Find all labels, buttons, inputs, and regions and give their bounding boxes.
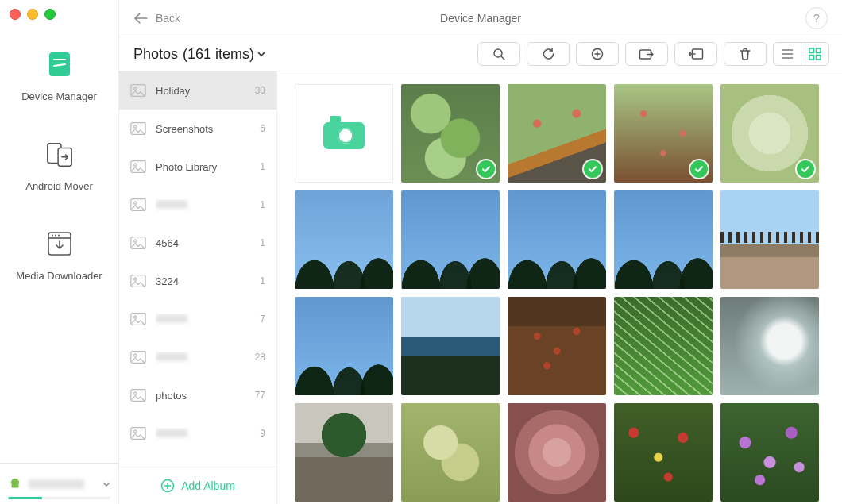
album-item[interactable]: photos77 — [119, 376, 276, 414]
rail-label: Media Downloader — [16, 270, 102, 282]
photo-thumbnail[interactable] — [720, 190, 819, 289]
svg-rect-21 — [809, 48, 814, 53]
media-downloader-icon — [44, 229, 75, 259]
search-button[interactable] — [477, 42, 520, 66]
svg-rect-1 — [53, 59, 66, 60]
photo-thumbnail[interactable] — [295, 190, 393, 289]
section-count: (161 items) — [183, 46, 254, 63]
photo-thumbnail[interactable] — [508, 190, 606, 289]
svg-point-50 — [338, 128, 353, 144]
android-icon — [8, 477, 22, 491]
add-photo-tile[interactable] — [295, 84, 393, 183]
album-count: 7 — [260, 314, 265, 325]
section-title-text: Photos — [133, 46, 178, 63]
album-count: 28 — [255, 352, 265, 363]
album-item[interactable]: 9 — [119, 414, 276, 452]
album-item[interactable]: 28 — [119, 338, 276, 376]
selected-check-icon — [584, 160, 601, 178]
svg-point-44 — [134, 430, 137, 433]
help-icon: ? — [813, 12, 820, 25]
album-item[interactable]: Holiday30 — [119, 71, 276, 110]
album-item[interactable]: 7 — [119, 300, 276, 338]
svg-point-26 — [134, 87, 137, 90]
photo-thumbnail[interactable] — [720, 403, 819, 502]
photo-thumbnail[interactable] — [401, 403, 500, 502]
app-window: Device Manager Android Mover — [0, 0, 842, 504]
rail-media-downloader[interactable]: Media Downloader — [0, 229, 118, 282]
device-status[interactable]: xxxxx — [0, 463, 118, 504]
album-item[interactable]: Screenshots6 — [119, 110, 276, 148]
photo-thumbnail[interactable] — [295, 403, 393, 502]
photo-thumbnail[interactable] — [614, 84, 713, 183]
export-button[interactable] — [625, 42, 668, 66]
svg-point-38 — [134, 316, 137, 318]
main: Back Device Manager ? Photos (161 items) — [119, 0, 842, 504]
back-button[interactable]: Back — [133, 12, 180, 25]
photo-thumbnail[interactable] — [401, 190, 500, 289]
minimize-window-button[interactable] — [27, 9, 38, 20]
send-device-icon — [688, 48, 704, 60]
album-name: Holiday — [156, 85, 245, 97]
device-manager-icon — [44, 49, 75, 79]
album-name: Screenshots — [156, 123, 250, 135]
storage-bar — [8, 497, 110, 499]
photo-thumbnail[interactable] — [508, 84, 606, 183]
album-name: photos — [156, 390, 245, 402]
albums-sidebar: Holiday30Screenshots6Photo Library114564… — [119, 71, 277, 504]
view-toggle — [773, 42, 829, 66]
delete-button[interactable] — [724, 42, 767, 66]
svg-rect-24 — [817, 56, 821, 60]
album-count: 1 — [260, 161, 265, 172]
picture-icon — [130, 121, 146, 136]
close-window-button[interactable] — [10, 9, 21, 20]
svg-point-30 — [134, 164, 137, 166]
add-album-button[interactable]: Add Album — [119, 467, 276, 504]
chevron-down-icon — [102, 480, 110, 488]
topbar: Back Device Manager ? — [119, 0, 842, 37]
refresh-button[interactable] — [527, 42, 570, 66]
export-icon — [639, 48, 655, 60]
photo-thumbnail[interactable] — [614, 403, 713, 502]
back-label: Back — [156, 12, 180, 25]
photo-thumbnail[interactable] — [508, 297, 606, 395]
page-title: Device Manager — [119, 12, 842, 25]
send-to-device-button[interactable] — [674, 42, 717, 66]
maximize-window-button[interactable] — [44, 9, 56, 20]
svg-point-40 — [134, 354, 137, 356]
picture-icon — [130, 388, 146, 402]
photo-grid-wrap — [277, 71, 842, 504]
photo-thumbnail[interactable] — [401, 84, 500, 183]
help-button[interactable]: ? — [805, 7, 828, 29]
album-item[interactable]: 1 — [119, 186, 276, 224]
photo-thumbnail[interactable] — [401, 297, 500, 395]
photo-thumbnail[interactable] — [614, 190, 713, 289]
rail-device-manager[interactable]: Device Manager — [0, 49, 118, 102]
arrow-left-icon — [133, 13, 148, 24]
list-view-button[interactable] — [774, 43, 801, 65]
photo-thumbnail[interactable] — [614, 297, 713, 395]
photo-thumbnail[interactable] — [508, 403, 606, 502]
add-button[interactable] — [576, 42, 619, 66]
album-item[interactable]: 32241 — [119, 262, 276, 300]
storage-bar-fill — [8, 497, 42, 499]
section-title[interactable]: Photos (161 items) — [133, 46, 265, 63]
album-name: 4564 — [156, 237, 250, 249]
photo-thumbnail[interactable] — [295, 297, 393, 395]
svg-point-28 — [134, 125, 137, 128]
rail-label: Android Mover — [25, 180, 93, 192]
svg-rect-49 — [330, 116, 341, 124]
grid-view-button[interactable] — [801, 43, 828, 65]
album-count: 30 — [255, 85, 265, 96]
album-item[interactable]: 45641 — [119, 224, 276, 262]
plus-circle-icon — [591, 48, 604, 60]
photo-thumbnail[interactable] — [720, 84, 819, 183]
plus-circle-icon — [160, 479, 175, 493]
rail-android-mover[interactable]: Android Mover — [0, 139, 118, 192]
window-controls — [10, 9, 56, 20]
camera-icon — [322, 116, 366, 151]
album-item[interactable]: Photo Library1 — [119, 148, 276, 186]
left-rail: Device Manager Android Mover — [0, 0, 119, 504]
photo-thumbnail[interactable] — [720, 297, 819, 395]
picture-icon — [130, 236, 146, 250]
album-count: 1 — [260, 199, 265, 210]
